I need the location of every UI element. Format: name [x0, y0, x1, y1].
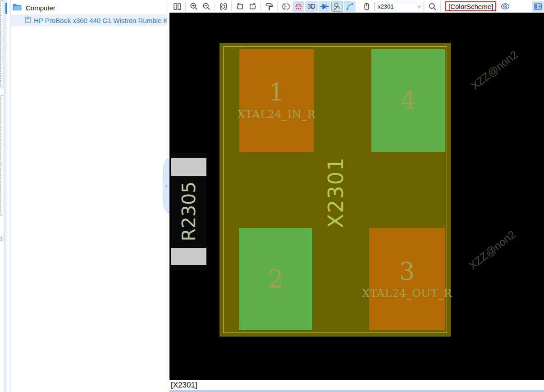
colorscheme-button[interactable]: [ColorScheme] [445, 1, 496, 11]
panel-layout-button[interactable] [532, 1, 544, 12]
probe-icon [333, 2, 342, 11]
pad-number: 4 [401, 88, 416, 113]
eye-visibility-button[interactable] [499, 1, 511, 12]
flip-mirror-icon [281, 2, 291, 11]
selection-status: [X2301] [171, 381, 197, 390]
main-toolbar: 3D [ColorScheme] [169, 0, 544, 13]
paint-roller-button[interactable] [263, 1, 275, 12]
dock-guide-blue [0, 0, 3, 87]
toolbar-separator [231, 2, 232, 11]
clipped-tab-label: S [0, 236, 3, 242]
sidebar-collapse-handle[interactable]: ‹ [163, 159, 169, 213]
paint-roller-icon [265, 2, 274, 11]
pad-number: 3 [399, 259, 415, 284]
toolbar-separator [440, 2, 441, 11]
pad-1[interactable]: 1 XTAL24_IN_R [239, 49, 314, 152]
boardview-app: S Computer HP ProBook x360 440 G1 Wistro… [0, 0, 544, 392]
status-bar: [X2301] [169, 380, 544, 390]
toolbar-separator [261, 2, 261, 11]
component-r2305-refdes: R2305 [178, 182, 200, 242]
search-button[interactable] [426, 1, 438, 12]
component-search-combobox[interactable] [375, 2, 424, 11]
tree-item-board-file[interactable]: HP ProBook x360 440 G1 Wistron Rumble KL [11, 14, 167, 26]
tree-item-computer[interactable]: Computer [11, 1, 167, 14]
search-icon [428, 2, 437, 11]
chevron-down-icon[interactable] [416, 4, 424, 9]
toolbar-separator [358, 2, 358, 11]
file-tree: Computer HP ProBook x360 440 G1 Wistron … [11, 0, 167, 26]
pad-2[interactable]: 2 [239, 228, 312, 330]
dual-view-icon [173, 2, 182, 11]
zoom-in-button[interactable] [188, 1, 200, 12]
zoom-out-button[interactable] [201, 1, 212, 12]
view-3d-label: 3D [307, 3, 315, 10]
component-x2301-body[interactable]: 1 XTAL24_IN_R 4 2 3 XTAL24_OUT_R X2301 [219, 43, 451, 337]
watermark-text: XZZ@non2 [466, 228, 518, 272]
toolbar-separator [277, 2, 278, 11]
mouse-icon [362, 2, 371, 11]
arc-icon [345, 2, 355, 11]
mouse-mode-button[interactable] [361, 1, 372, 12]
search-input[interactable] [375, 3, 416, 10]
pad-number: 2 [268, 267, 283, 292]
chevron-left-icon: ‹ [165, 182, 167, 189]
watermark-text: XZZ@non2 [469, 48, 520, 92]
view-3d-button[interactable]: 3D [305, 1, 318, 12]
highlight-lamp-button[interactable] [293, 1, 304, 12]
pad-3[interactable]: 3 XTAL24_OUT_R [369, 228, 445, 330]
pad-net-label: XTAL24_IN_R [238, 108, 316, 121]
tree-item-label: HP ProBook x360 440 G1 Wistron Rumble KL [34, 17, 167, 24]
pad-4[interactable]: 4 [371, 49, 445, 152]
active-tab-indicator [5, 3, 7, 14]
zoom-fit-icon [219, 2, 228, 11]
diode-mode-button[interactable] [319, 1, 330, 12]
panel-layout-icon [533, 2, 543, 11]
component-r2305-pad[interactable] [171, 248, 206, 265]
flip-mirror-button[interactable] [280, 1, 292, 12]
component-x2301-refdes: X2301 [324, 157, 348, 228]
toolbar-separator [185, 2, 186, 11]
tree-item-label: Computer [26, 4, 55, 12]
pad-number: 1 [269, 80, 284, 105]
colorscheme-label: [ColorScheme] [448, 3, 493, 10]
board-icon [25, 17, 31, 24]
rotate-ccw-button[interactable] [234, 1, 246, 12]
probe-measure-button[interactable] [331, 1, 343, 12]
toolbar-separator [215, 2, 215, 11]
rotate-ccw-icon [235, 2, 245, 11]
dual-view-button[interactable] [171, 1, 183, 12]
zoom-in-icon [189, 2, 199, 11]
zoom-fit-button[interactable] [217, 1, 229, 12]
lamp-icon [294, 2, 303, 11]
window-bottom-edge [169, 390, 544, 392]
zoom-out-icon [202, 2, 211, 11]
arc-trace-button[interactable] [344, 1, 356, 12]
diode-icon [319, 2, 330, 11]
board-canvas[interactable]: R2305 1 XTAL24_IN_R 4 2 3 XTAL24_OUT_R X… [169, 13, 544, 380]
pad-net-label: XTAL24_OUT_R [362, 287, 452, 300]
eye-icon [500, 1, 510, 11]
rotate-cw-button[interactable] [247, 1, 258, 12]
folder-icon [13, 4, 22, 12]
dock-tab-strip [4, 0, 11, 392]
rotate-cw-icon [248, 2, 257, 11]
dock-guide-gray [0, 95, 3, 216]
component-r2305-pad[interactable] [171, 158, 206, 176]
